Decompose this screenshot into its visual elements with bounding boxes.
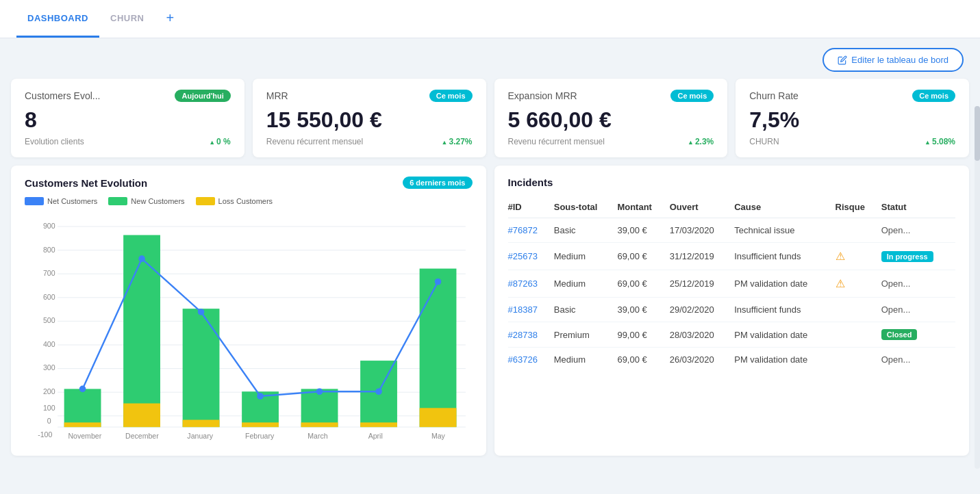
cell-statut: Closed <box>881 322 955 348</box>
svg-text:700: 700 <box>43 269 55 277</box>
cell-ouvert: 31/12/2019 <box>670 243 735 270</box>
cell-ouvert: 28/03/2020 <box>670 322 735 348</box>
cell-id[interactable]: #28738 <box>508 322 554 348</box>
svg-text:-100: -100 <box>38 430 52 439</box>
col-risque: Risque <box>835 196 881 218</box>
cell-risque <box>835 218 881 243</box>
kpi-header-churn: Churn Rate Ce mois <box>749 90 955 102</box>
warning-icon: ⚠ <box>835 250 845 262</box>
chart-badge: 6 derniers mois <box>403 177 472 189</box>
col-sous-total: Sous-total <box>554 196 618 218</box>
legend-loss-customers: Loss Customers <box>196 197 273 205</box>
svg-text:April: April <box>368 432 383 440</box>
chart-card: Customers Net Evolution 6 derniers mois … <box>11 166 486 456</box>
svg-text:500: 500 <box>43 316 55 324</box>
table-row: #76872 Basic 39,00 € 17/03/2020 Technica… <box>508 218 956 243</box>
table-row: #28738 Premium 99,00 € 28/03/2020 PM val… <box>508 322 956 348</box>
kpi-value-mrr: 15 550,00 € <box>266 107 473 133</box>
status-open: Open... <box>881 354 911 365</box>
cell-risque: ⚠ <box>835 243 881 270</box>
table-row: #25673 Medium 69,00 € 31/12/2019 Insuffi… <box>508 243 956 270</box>
svg-text:January: January <box>187 432 213 440</box>
cell-id[interactable]: #76872 <box>508 218 554 243</box>
status-open: Open... <box>881 278 911 289</box>
kpi-label-customers: Evolution clients <box>25 137 84 146</box>
kpi-badge-churn: Ce mois <box>912 90 955 102</box>
cell-montant: 39,00 € <box>617 218 669 243</box>
kpi-header-mrr: MRR Ce mois <box>266 90 473 102</box>
kpi-value-customers: 8 <box>25 107 231 133</box>
tab-dashboard[interactable]: DASHBOARD <box>16 1 99 38</box>
line-dot-feb <box>257 393 264 400</box>
bar-loss-feb <box>242 422 279 427</box>
chart-legend: Net Customers New Customers Loss Custome… <box>25 197 473 205</box>
kpi-footer-churn: CHURN 5.08% <box>749 137 955 146</box>
cell-montant: 99,00 € <box>617 322 669 348</box>
chart-area: 900 800 700 600 500 400 300 200 100 0 -1… <box>25 212 473 445</box>
cell-risque <box>835 298 881 322</box>
cell-sous-total: Premium <box>554 322 618 348</box>
legend-label-net: Net Customers <box>47 197 97 205</box>
incidents-card: Incidents #ID Sous-total Montant Ouvert … <box>494 166 970 456</box>
toolbar: Editer le tableau de bord <box>0 38 980 79</box>
edit-dashboard-button[interactable]: Editer le tableau de bord <box>822 48 964 72</box>
cell-sous-total: Medium <box>554 270 618 298</box>
kpi-badge-mrr: Ce mois <box>429 90 473 102</box>
kpi-title-expansion: Expansion MRR <box>508 90 577 101</box>
tab-add-button[interactable]: + <box>155 0 185 40</box>
chart-card-header: Customers Net Evolution 6 derniers mois <box>25 177 473 189</box>
chart-title: Customers Net Evolution <box>25 177 147 189</box>
legend-label-new: New Customers <box>131 197 184 205</box>
svg-text:100: 100 <box>43 404 55 412</box>
svg-text:March: March <box>307 432 327 440</box>
kpi-label-mrr: Revenu récurrent mensuel <box>266 137 363 146</box>
line-dot-may <box>435 278 442 285</box>
col-cause: Cause <box>734 196 835 218</box>
line-dot-mar <box>316 388 323 395</box>
legend-new-customers: New Customers <box>108 197 184 205</box>
arrow-up-icon-mrr <box>442 137 448 146</box>
cell-ouvert: 29/02/2020 <box>670 298 735 322</box>
kpi-footer-customers: Evolution clients 0 % <box>25 137 231 146</box>
kpi-row: Customers Evol... Aujourd'hui 8 Evolutio… <box>11 79 969 157</box>
arrow-up-icon <box>209 137 215 146</box>
kpi-change-churn: 5.08% <box>925 137 955 146</box>
cell-cause: PM validation date <box>734 270 835 298</box>
kpi-title-customers: Customers Evol... <box>25 90 100 101</box>
cell-id[interactable]: #63726 <box>508 348 554 372</box>
kpi-title-churn: Churn Rate <box>749 90 799 101</box>
table-row: #18387 Basic 39,00 € 29/02/2020 Insuffic… <box>508 298 956 322</box>
scrollbar-thumb[interactable] <box>975 106 980 161</box>
kpi-footer-mrr: Revenu récurrent mensuel 3.27% <box>266 137 473 146</box>
tab-bar: DASHBOARD CHURN + <box>0 0 980 38</box>
svg-text:0: 0 <box>47 417 51 425</box>
legend-dot-net <box>25 197 44 205</box>
kpi-title-mrr: MRR <box>266 90 288 101</box>
tab-churn[interactable]: CHURN <box>99 1 155 38</box>
svg-text:400: 400 <box>43 340 55 348</box>
cell-statut: Open... <box>881 270 955 298</box>
line-dot-dec <box>138 255 145 262</box>
cell-statut: Open... <box>881 298 955 322</box>
svg-text:December: December <box>125 432 159 440</box>
incidents-table-header-row: #ID Sous-total Montant Ouvert Cause Risq… <box>508 196 956 218</box>
kpi-header-expansion: Expansion MRR Ce mois <box>508 90 714 102</box>
bar-new-nov <box>64 389 101 427</box>
col-ouvert: Ouvert <box>670 196 735 218</box>
kpi-card-mrr: MRR Ce mois 15 550,00 € Revenu récurrent… <box>253 79 486 157</box>
cell-id[interactable]: #87263 <box>508 270 554 298</box>
main-content: Customers Evol... Aujourd'hui 8 Evolutio… <box>0 79 980 467</box>
cell-id[interactable]: #25673 <box>508 243 554 270</box>
legend-dot-new <box>108 197 127 205</box>
scrollbar-track[interactable] <box>975 106 980 469</box>
app-container: DASHBOARD CHURN + Editer le tableau de b… <box>0 0 980 494</box>
cell-cause: PM validation date <box>734 348 835 372</box>
status-badge-inprogress: In progress <box>881 251 933 262</box>
bar-loss-dec <box>123 404 160 428</box>
cell-id[interactable]: #18387 <box>508 298 554 322</box>
kpi-badge-expansion: Ce mois <box>670 90 714 102</box>
bar-new-jan <box>183 309 220 427</box>
cell-statut: In progress <box>881 243 955 270</box>
incidents-header: Incidents <box>508 177 956 188</box>
kpi-change-expansion: 2.3% <box>688 137 714 146</box>
